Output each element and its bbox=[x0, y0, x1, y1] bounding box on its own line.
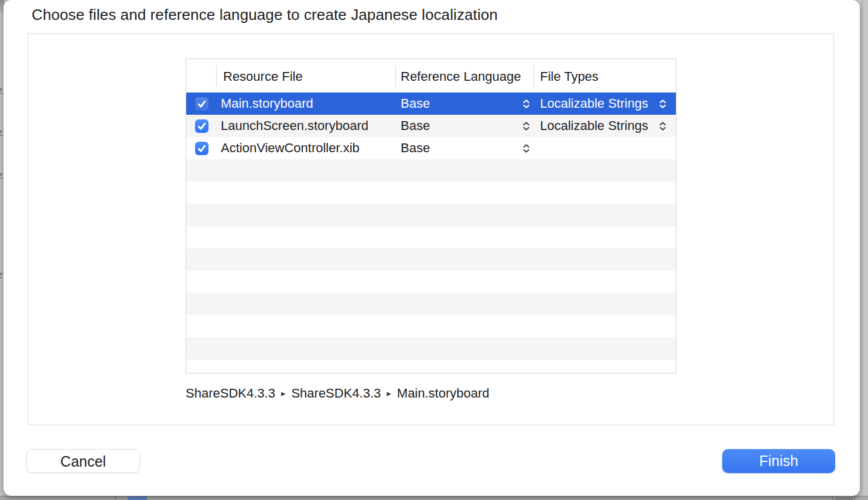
dialog-content-box: Resource File Reference Language File Ty… bbox=[28, 33, 834, 425]
resource-file-name: LaunchScreen.storyboard bbox=[221, 115, 368, 137]
checkbox-checked[interactable] bbox=[195, 142, 209, 155]
background-divider bbox=[832, 496, 833, 500]
background-clipped-text: z bbox=[0, 170, 3, 180]
table-row[interactable]: Main.storyboard Base Localizable Strings bbox=[186, 93, 676, 115]
header-separator bbox=[534, 66, 534, 87]
checkmark-icon bbox=[197, 99, 207, 109]
header-separator bbox=[395, 66, 396, 87]
column-header-file-types[interactable]: File Types bbox=[540, 59, 599, 93]
checkmark-icon bbox=[197, 143, 207, 153]
files-table: Resource File Reference Language File Ty… bbox=[186, 59, 676, 374]
table-header: Resource File Reference Language File Ty… bbox=[186, 59, 676, 93]
background-button-fragment bbox=[836, 498, 853, 500]
column-header-reference-language[interactable]: Reference Language bbox=[401, 59, 521, 93]
localization-dialog: Choose files and reference language to c… bbox=[4, 0, 860, 496]
reference-language-value: Base bbox=[401, 137, 430, 159]
checkbox-checked[interactable] bbox=[195, 97, 209, 111]
resource-file-name: ActionViewController.xib bbox=[221, 137, 360, 159]
column-header-resource-file[interactable]: Resource File bbox=[223, 59, 303, 93]
table-empty-row bbox=[186, 248, 676, 270]
background-blue-fragment bbox=[128, 496, 147, 500]
background-window-edge bbox=[862, 0, 863, 496]
path-segment[interactable]: ShareSDK4.3.3 bbox=[186, 386, 275, 400]
language-popup-chevrons-icon[interactable] bbox=[522, 100, 530, 108]
background-clipped-text: z bbox=[0, 270, 3, 280]
language-popup-chevrons-icon[interactable] bbox=[522, 144, 530, 153]
table-body: Main.storyboard Base Localizable Strings… bbox=[186, 93, 676, 374]
language-popup-chevrons-icon[interactable] bbox=[522, 122, 530, 131]
file-type-value: Localizable Strings bbox=[540, 93, 648, 115]
reference-language-value: Base bbox=[401, 115, 430, 137]
finish-button[interactable]: Finish bbox=[722, 449, 835, 473]
header-separator bbox=[216, 66, 217, 87]
table-empty-row bbox=[186, 181, 676, 204]
cancel-button[interactable]: Cancel bbox=[26, 449, 140, 473]
table-empty-row bbox=[186, 315, 676, 337]
table-empty-row bbox=[186, 359, 676, 374]
background-clipped-text: z bbox=[0, 85, 3, 95]
table-empty-row bbox=[186, 159, 676, 181]
checkbox-checked[interactable] bbox=[195, 119, 209, 133]
file-type-popup-chevrons-icon[interactable] bbox=[659, 100, 667, 108]
path-separator-icon: ▸ bbox=[281, 384, 286, 403]
breadcrumb-path-bar: ShareSDK4.3.3▸ShareSDK4.3.3▸Main.storybo… bbox=[186, 384, 490, 403]
table-empty-row bbox=[186, 270, 676, 293]
file-type-value: Localizable Strings bbox=[540, 115, 648, 137]
table-empty-row bbox=[186, 293, 676, 315]
table-row[interactable]: LaunchScreen.storyboard Base Localizable… bbox=[186, 115, 676, 137]
table-empty-row bbox=[186, 226, 676, 248]
checkmark-icon bbox=[197, 121, 207, 131]
path-segment[interactable]: ShareSDK4.3.3 bbox=[291, 386, 381, 400]
file-type-popup-chevrons-icon[interactable] bbox=[659, 122, 667, 131]
table-empty-row bbox=[186, 204, 676, 226]
table-row[interactable]: ActionViewController.xib Base bbox=[186, 137, 676, 159]
background-divider bbox=[854, 496, 855, 500]
table-empty-row bbox=[186, 337, 676, 359]
background-divider bbox=[115, 496, 116, 500]
path-segment[interactable]: Main.storyboard bbox=[397, 386, 490, 400]
resource-file-name: Main.storyboard bbox=[221, 93, 313, 115]
dialog-title: Choose files and reference language to c… bbox=[32, 6, 498, 24]
reference-language-value: Base bbox=[401, 93, 430, 115]
background-clipped-text: z bbox=[0, 128, 3, 138]
path-separator-icon: ▸ bbox=[387, 384, 391, 403]
